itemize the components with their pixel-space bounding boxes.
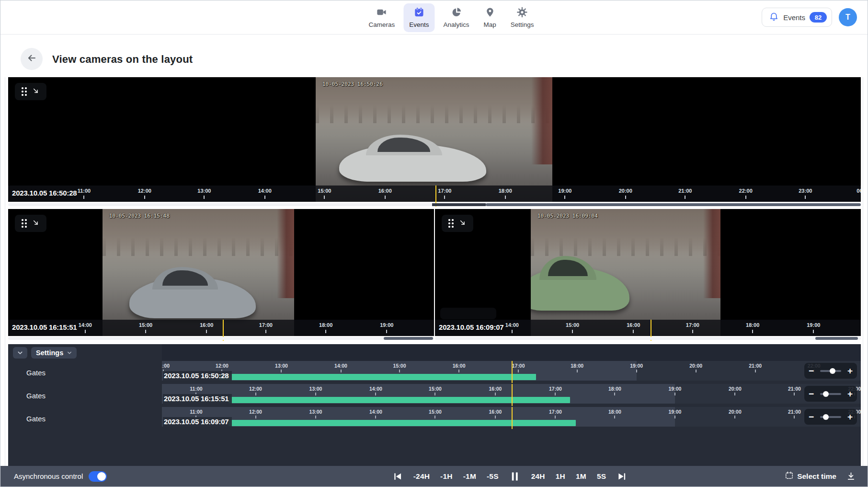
seek-forward-buttons: 24H1H1M5S xyxy=(531,472,606,481)
nav-label: Cameras xyxy=(368,21,395,28)
main-nav: Cameras Events Analytics Map xyxy=(363,3,539,32)
calendar-check-icon xyxy=(413,7,424,20)
scrollbar-thumb[interactable] xyxy=(384,337,433,340)
timeline-scrollbar[interactable] xyxy=(8,337,434,340)
tile-timeline[interactable]: 2023.10.05 16:15:51 14:0015:0016:0017:00… xyxy=(8,320,434,336)
timeline-hour-label: 16:00 xyxy=(200,322,213,328)
skip-to-end-button[interactable] xyxy=(617,471,627,482)
zoom-slider[interactable] xyxy=(820,393,841,395)
zoom-slider-knob[interactable] xyxy=(830,368,835,374)
skip-to-start-button[interactable] xyxy=(392,471,403,482)
seek-1h-button[interactable]: 1H xyxy=(556,472,565,481)
scrollbar-thumb[interactable] xyxy=(486,203,861,206)
camera-timeline-row[interactable]: 11:0012:0013:0014:0015:0016:0017:0018:00… xyxy=(162,407,861,430)
download-icon[interactable] xyxy=(846,471,856,481)
seek-24h-button[interactable]: 24H xyxy=(531,472,545,481)
tile-drag-handle[interactable] xyxy=(442,215,473,232)
camera-timeline-row[interactable]: 11:0012:0013:0014:0015:0016:0017:0018:00… xyxy=(162,384,861,407)
camera-list-item[interactable]: Gates xyxy=(8,361,162,384)
timeline-hour-tick xyxy=(625,196,626,199)
timeline-hour-label: 13:00 xyxy=(197,188,211,194)
timeline-hour-label: 11:00 xyxy=(190,386,202,392)
nav-item-events[interactable]: Events xyxy=(403,3,434,32)
camera-list-item[interactable]: Gates xyxy=(8,384,162,407)
panel-settings-dropdown[interactable]: Settings xyxy=(31,347,77,359)
expand-arrow-icon[interactable] xyxy=(32,219,40,229)
timeline-hour-tick xyxy=(518,370,519,372)
zoom-slider[interactable] xyxy=(820,370,841,372)
timeline-hour-label: 17:00 xyxy=(512,363,525,369)
zoom-slider-knob[interactable] xyxy=(823,391,829,397)
timeline-hour-tick xyxy=(614,393,615,395)
nav-item-cameras[interactable]: Cameras xyxy=(363,3,400,32)
zoom-out-button[interactable]: − xyxy=(809,412,814,421)
zoom-slider[interactable] xyxy=(820,416,841,418)
timeline-hour-label: 18:00 xyxy=(571,363,583,369)
user-avatar[interactable]: T xyxy=(839,8,857,26)
scrollbar-thumb[interactable] xyxy=(815,337,858,340)
async-control-toggle[interactable] xyxy=(89,471,107,482)
row-current-time: 2023.10.05 16:09:07 xyxy=(163,417,232,427)
timeline-hour-label: 17:00 xyxy=(549,409,562,415)
timeline-hour-label: 14:00 xyxy=(369,386,382,392)
timeline-hour-label: 19:00 xyxy=(668,409,681,415)
timeline-scrollbar[interactable] xyxy=(8,203,861,206)
timeline-hour-tick xyxy=(385,196,386,199)
pie-chart-icon xyxy=(451,7,462,20)
seek--24h-button[interactable]: -24H xyxy=(413,472,430,481)
select-time-button[interactable]: Select time xyxy=(785,471,836,482)
timeline-rows-column: 11:0012:0013:0014:0015:0016:0017:0018:00… xyxy=(162,344,861,467)
tile-timeline[interactable]: 2023.10.05 16:50:28 11:0012:0013:0014:00… xyxy=(8,186,861,202)
nav-label: Map xyxy=(484,21,496,28)
nav-item-analytics[interactable]: Analytics xyxy=(437,3,475,32)
camera-tile-2[interactable]: 10-05-2023 16:15:48 2023.10.05 16:15:51 … xyxy=(8,209,434,336)
timeline-hour-label: 12:00 xyxy=(249,409,262,415)
pause-button[interactable] xyxy=(509,471,521,482)
zoom-out-button[interactable]: − xyxy=(809,389,814,398)
zoom-slider-knob[interactable] xyxy=(823,414,829,420)
back-button[interactable] xyxy=(21,48,43,70)
camera-list-item[interactable]: Gates xyxy=(8,407,162,430)
car-silhouette xyxy=(129,278,256,318)
timeline-hour-label: 23:00 xyxy=(799,188,812,194)
timeline-hour-tick xyxy=(745,196,746,199)
timeline-hour-label: 16:00 xyxy=(489,386,502,392)
seek--1h-button[interactable]: -1H xyxy=(440,472,453,481)
seek-5s-button[interactable]: 5S xyxy=(597,472,606,481)
timeline-hour-tick xyxy=(324,196,325,199)
timeline-hour-tick xyxy=(555,416,556,418)
playback-controls: -24H-1H-1M-5S 24H1H1M5S xyxy=(392,466,628,487)
camera-tile-1[interactable]: 10-05-2023 16:50:26 2023.10.05 16:50:28 … xyxy=(8,77,861,202)
timeline-hour-label: 19:00 xyxy=(558,188,571,194)
expand-arrow-icon[interactable] xyxy=(458,219,467,229)
timeline-hour-tick xyxy=(813,330,814,333)
timeline-hour-label: 21:00 xyxy=(788,409,801,415)
topbar-right-cluster: Events 82 T xyxy=(762,8,857,27)
arrow-left-icon xyxy=(26,52,37,66)
collapse-panel-button[interactable] xyxy=(13,347,27,359)
camera-tile-3[interactable]: 10-05-2023 16:09:04 2023.10.05 16:09:07 … xyxy=(435,209,861,336)
zoom-in-button[interactable]: + xyxy=(847,412,853,421)
tile-drag-handle[interactable] xyxy=(15,215,46,232)
tile-timeline[interactable]: 2023.10.05 16:09:07 14:0015:0016:0017:00… xyxy=(435,320,861,336)
seek--1m-button[interactable]: -1M xyxy=(463,472,476,481)
camera-timeline-row[interactable]: 11:0012:0013:0014:0015:0016:0017:0018:00… xyxy=(162,361,861,384)
seek-1m-button[interactable]: 1M xyxy=(576,472,586,481)
timeline-scrollbar[interactable] xyxy=(435,337,861,340)
nav-item-settings[interactable]: Settings xyxy=(505,3,540,32)
timeline-hour-tick xyxy=(674,416,675,418)
timeline-hour-tick xyxy=(458,370,459,372)
zoom-out-button[interactable]: − xyxy=(809,366,814,375)
timeline-hour-tick xyxy=(564,196,565,199)
zoom-in-button[interactable]: + xyxy=(847,366,853,375)
timeline-hour-tick xyxy=(399,370,400,372)
seek--5s-button[interactable]: -5S xyxy=(487,472,499,481)
tile-current-time: 2023.10.05 16:09:07 xyxy=(439,323,504,331)
nav-item-map[interactable]: Map xyxy=(478,3,502,32)
tile-drag-handle[interactable] xyxy=(15,83,46,100)
zoom-in-button[interactable]: + xyxy=(847,389,853,398)
expand-arrow-icon[interactable] xyxy=(32,87,40,97)
timeline-hour-tick xyxy=(734,393,735,395)
tile-overlay-ghost xyxy=(440,308,496,319)
events-notifications-button[interactable]: Events 82 xyxy=(762,8,832,27)
